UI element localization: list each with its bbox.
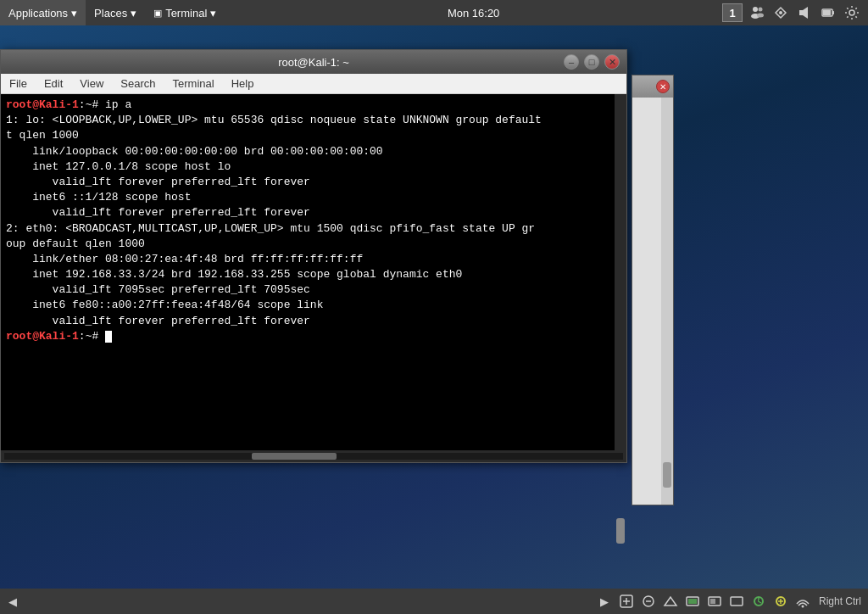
network-icon[interactable]	[771, 3, 790, 22]
taskbar-bottom: ◀ ▶	[0, 589, 868, 614]
menu-search[interactable]: Search	[112, 74, 164, 93]
terminal-line-8: valid_lft forever preferred_lft forever	[6, 205, 613, 220]
terminal-label: Terminal	[165, 7, 207, 20]
svg-point-20	[801, 606, 804, 608]
svg-rect-9	[823, 10, 831, 15]
prompt-1: root@Kali-1	[6, 98, 79, 111]
people-icon[interactable]	[748, 3, 766, 22]
terminal-menubar: File Edit View Search Terminal Help	[1, 74, 626, 94]
menu-help[interactable]: Help	[223, 74, 263, 93]
svg-rect-8	[832, 11, 834, 14]
svg-rect-14	[688, 599, 697, 604]
audio-icon[interactable]	[795, 3, 814, 22]
minimize-icon: –	[569, 57, 574, 67]
tray-icon-4[interactable]	[683, 592, 702, 611]
applications-label: Applications	[8, 7, 68, 20]
terminal-titlebar: root@Kali-1: ~ – □ ✕	[1, 50, 626, 74]
terminal-line-12: inet 192.168.33.3/24 brd 192.168.33.255 …	[6, 267, 613, 282]
battery-icon[interactable]	[819, 3, 837, 22]
places-menu[interactable]: Places ▾	[86, 0, 145, 25]
tray-icon-2[interactable]	[639, 592, 658, 611]
tray-icon-3[interactable]	[661, 592, 680, 611]
tray-icon-7[interactable]	[749, 592, 768, 611]
minimize-button[interactable]: –	[564, 54, 579, 70]
menu-view[interactable]: View	[71, 74, 112, 93]
tray-icon-1[interactable]	[617, 592, 636, 611]
scroll-right-icon[interactable]: ▶	[595, 592, 614, 611]
svg-rect-17	[731, 597, 743, 606]
window-buttons: – □ ✕	[564, 54, 620, 70]
clock-time: Mon 16:20	[448, 7, 499, 20]
svg-rect-16	[710, 599, 715, 604]
places-label: Places	[94, 7, 127, 20]
terminal-line-3: t qlen 1000	[6, 128, 613, 143]
taskbar-top-right: 1	[722, 3, 868, 22]
terminal-line-7: inet6 ::1/128 scope host	[6, 190, 613, 205]
terminal-cursor	[105, 331, 112, 343]
svg-point-10	[849, 10, 854, 15]
maximize-button[interactable]: □	[584, 54, 599, 70]
applications-arrow: ▾	[71, 7, 77, 20]
scroll-left: ◀	[3, 592, 22, 611]
svg-marker-6	[803, 7, 808, 19]
terminal-line-4: link/loopback 00:00:00:00:00:00 brd 00:0…	[6, 144, 613, 159]
terminal-line-1: root@Kali-1:~# ip a	[6, 98, 613, 113]
close-icon: ✕	[609, 57, 616, 68]
maximize-icon: □	[589, 57, 595, 67]
menu-terminal[interactable]: Terminal	[164, 74, 223, 93]
terminal-title: root@Kali-1: ~	[8, 56, 620, 69]
terminal-arrow: ▾	[210, 7, 216, 20]
terminal-line-9: 2: eth0: <BROADCAST,MULTICAST,UP,LOWER_U…	[6, 221, 613, 237]
second-titlebar: ✕	[632, 75, 673, 98]
tray-icon-5[interactable]	[705, 592, 724, 611]
workspace-badge[interactable]: 1	[722, 3, 743, 22]
taskbar-top-left: Applications ▾ Places ▾ ▣ Terminal ▾	[0, 0, 225, 25]
places-arrow: ▾	[131, 7, 136, 20]
terminal-icon-top: ▣	[153, 8, 162, 19]
menu-file[interactable]: File	[1, 74, 36, 93]
hscrollbar-thumb[interactable]	[252, 453, 337, 460]
terminal-output[interactable]: root@Kali-1:~# ip a 1: lo: <LOOPBACK,UP,…	[1, 94, 626, 450]
svg-point-4	[779, 11, 782, 14]
terminal-line-14: inet6 fe80::a00:27ff:feea:4f48/64 scope …	[6, 298, 613, 313]
terminal-menu[interactable]: ▣ Terminal ▾	[145, 0, 225, 25]
right-ctrl-label: Right Ctrl	[815, 592, 865, 611]
terminal-line-11: link/ether 08:00:27:ea:4f:48 brd ff:ff:f…	[6, 252, 613, 267]
svg-point-2	[759, 8, 763, 12]
svg-point-0	[753, 7, 758, 12]
terminal-prompt-2: root@Kali-1:~#	[6, 329, 613, 344]
scrollbar-thumb[interactable]	[616, 518, 625, 544]
taskbar-clock: Mon 16:20	[225, 7, 722, 20]
prompt-2: root@Kali-1	[6, 330, 79, 343]
applications-menu[interactable]: Applications ▾	[0, 0, 86, 25]
close-button[interactable]: ✕	[604, 54, 620, 70]
second-close-button[interactable]: ✕	[656, 80, 670, 93]
second-content	[632, 98, 673, 505]
svg-point-3	[757, 14, 764, 18]
second-window: ✕	[632, 75, 674, 505]
terminal-line-2: 1: lo: <LOOPBACK,UP,LOWER_UP> mtu 65536 …	[6, 113, 613, 128]
settings-icon[interactable]	[843, 3, 861, 22]
taskbar-bottom-right: ▶	[595, 592, 865, 611]
hscrollbar-track	[4, 453, 623, 460]
terminal-hscrollbar[interactable]	[1, 450, 626, 462]
menu-edit[interactable]: Edit	[36, 74, 71, 93]
terminal-line-13: valid_lft 7095sec preferred_lft 7095sec	[6, 282, 613, 298]
terminal-line-15: valid_lft forever preferred_lft forever	[6, 314, 613, 329]
desktop: Applications ▾ Places ▾ ▣ Terminal ▾ Mon…	[0, 0, 868, 614]
terminal-line-6: valid_lft forever preferred_lft forever	[6, 175, 613, 190]
svg-rect-5	[799, 10, 803, 15]
taskbar-top: Applications ▾ Places ▾ ▣ Terminal ▾ Mon…	[0, 0, 868, 25]
terminal-scrollbar[interactable]	[615, 94, 626, 450]
tray-icon-6[interactable]	[727, 592, 746, 611]
terminal-line-5: inet 127.0.0.1/8 scope host lo	[6, 159, 613, 175]
terminal-window: root@Kali-1: ~ – □ ✕ File Edit	[0, 49, 627, 463]
terminal-line-10: oup default qlen 1000	[6, 237, 613, 252]
scroll-left-icon[interactable]: ◀	[3, 592, 22, 611]
tray-icon-network[interactable]	[793, 592, 812, 611]
tray-icon-8[interactable]	[771, 592, 790, 611]
